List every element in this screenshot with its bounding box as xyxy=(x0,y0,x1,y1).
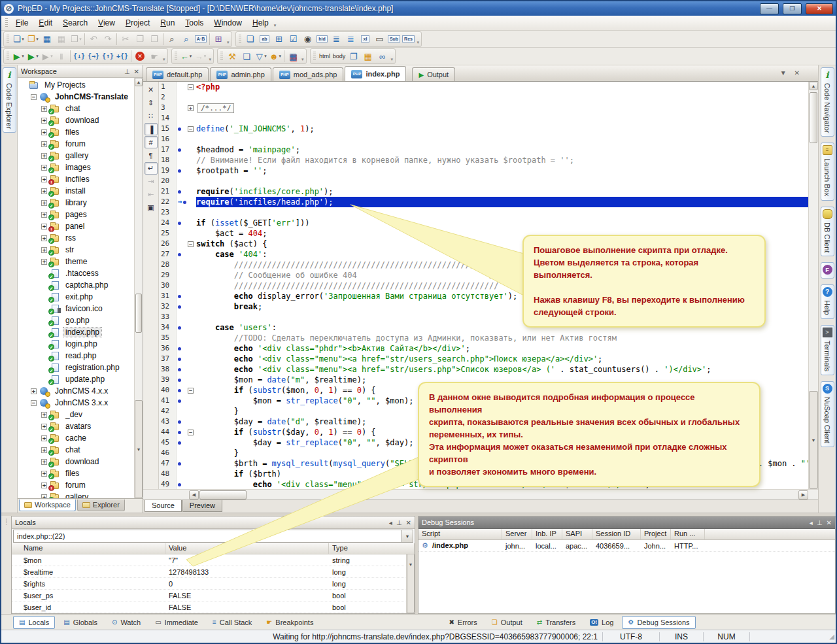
code-line-44[interactable]: 44− if (substr($day, 0, 1) == 0) { xyxy=(159,427,808,437)
code-text[interactable]: $brth = mysql_result(mysql_query("SELECT… xyxy=(196,458,808,469)
expand-icon[interactable]: + xyxy=(41,483,47,488)
color-palette-button[interactable]: ▦ xyxy=(286,50,300,63)
menu-run[interactable]: Run xyxy=(155,16,180,29)
expand-icon[interactable]: + xyxy=(41,459,47,465)
code-text[interactable]: $headmod = 'mainpage'; xyxy=(196,144,808,155)
tree-item-library[interactable]: +✓library xyxy=(18,197,143,209)
menu-search[interactable]: Search xyxy=(58,16,93,29)
dropdown-arrow-icon[interactable]: ▾ xyxy=(50,54,53,59)
tab-output[interactable]: ❏Output xyxy=(486,616,528,629)
toolbar-grip-icon[interactable] xyxy=(220,52,223,61)
expand-icon[interactable]: + xyxy=(41,471,47,477)
code-text[interactable] xyxy=(196,134,808,144)
tab-f[interactable]: F xyxy=(821,262,834,279)
statement-dot-icon[interactable] xyxy=(178,389,181,392)
locals-row-mon[interactable]: $mon"7"string xyxy=(12,554,415,566)
expand-icon[interactable]: + xyxy=(41,447,47,453)
locals-row-user-ps[interactable]: $user_psFALSEbool xyxy=(12,590,415,602)
tree-item-chat[interactable]: +✓chat xyxy=(18,103,143,114)
statement-dot-icon[interactable] xyxy=(178,169,181,173)
code-text[interactable]: if (isset($_GET['err'])) xyxy=(196,218,808,228)
pin-icon[interactable]: ⊥ xyxy=(817,519,823,526)
tab-workspace[interactable]: Workspace xyxy=(19,500,76,511)
expand-icon[interactable]: + xyxy=(41,247,47,253)
step-out-button[interactable]: {↑} xyxy=(101,50,115,63)
tab-source[interactable]: Source xyxy=(145,500,182,512)
code-line-36[interactable]: 36 echo '<div class="phdr"><b>Актив Сайт… xyxy=(159,343,808,354)
code-text[interactable]: $day = str_replace("0", "", $day); xyxy=(196,437,808,448)
breakpoint-gutter[interactable] xyxy=(177,165,188,176)
scroll-down-icon[interactable]: ▼ xyxy=(407,554,415,613)
code-text[interactable]: ////////////////////////////////////////… xyxy=(196,260,808,270)
code-text[interactable] xyxy=(196,113,808,124)
code-line-34[interactable]: 34 case 'users': xyxy=(159,322,808,333)
line-numbers-button[interactable]: # xyxy=(145,136,158,148)
tab-log[interactable]: O!Log xyxy=(584,616,619,629)
breakpoint-gutter[interactable] xyxy=(177,186,188,197)
column-header-inb-ip[interactable]: Inb. IP xyxy=(532,529,562,539)
code-text[interactable]: if (substr($mon, 0, 1) == 0) { xyxy=(196,385,808,396)
code-text[interactable]: break; xyxy=(196,301,808,312)
tree-item-johncms-3-x-x[interactable]: −JohnCMS 3.x.x xyxy=(18,397,143,409)
breakpoint-gutter[interactable] xyxy=(177,260,188,270)
scroll-down-icon[interactable]: ▼ xyxy=(135,400,143,498)
toolbar-group-overflow-icon[interactable]: ▾ xyxy=(391,57,394,62)
close-editor-button[interactable]: ✕ xyxy=(145,84,158,96)
breakpoint-gutter[interactable] xyxy=(177,396,188,406)
tree-item-johncms-4-x-x[interactable]: +JohnCMS 4.x.x xyxy=(18,385,143,397)
editor-horizontal-scrollbar[interactable]: ◀ ▶ xyxy=(143,489,818,500)
scroll-down-icon[interactable]: ▼ xyxy=(809,391,818,489)
breakpoint-gutter[interactable] xyxy=(177,312,188,322)
code-line-37[interactable]: 37 echo '<div class="menu"><a href="str/… xyxy=(159,354,808,364)
locals-row-realtime[interactable]: $realtime1278498133long xyxy=(12,566,415,578)
tab-admin-php[interactable]: PHPadmin.php xyxy=(210,67,271,81)
filters-button[interactable]: ▽▾ xyxy=(254,50,268,63)
code-text[interactable]: $day = date("d", $realtime); xyxy=(196,416,808,427)
tree-item-exit-php[interactable]: ✓exit.php xyxy=(18,291,143,303)
code-text[interactable]: require('incfiles/core.php'); xyxy=(196,186,808,197)
code-line-35[interactable]: 35 //TODO: Сделать переключатель доступа… xyxy=(159,333,808,343)
code-line-23[interactable]: 23 xyxy=(159,207,808,218)
tab-mod-ads-php[interactable]: PHPmod_ads.php xyxy=(273,67,344,81)
statement-dot-icon[interactable] xyxy=(178,326,181,330)
code-text[interactable]: echo '<div class="menu"><a href="str/use… xyxy=(196,354,808,364)
browser-preview-button[interactable]: ▣ xyxy=(145,201,158,214)
code-line-38[interactable]: 38 echo '<div class="menu"><a href="str/… xyxy=(159,364,808,375)
close-panel-icon[interactable]: ✕ xyxy=(134,68,139,75)
dock-left-icon[interactable]: ◂ xyxy=(810,519,813,526)
tab-errors[interactable]: ✖Errors xyxy=(443,616,483,629)
statement-dot-icon[interactable] xyxy=(178,379,181,382)
code-line-19[interactable]: 19$rootpath = ''; xyxy=(159,165,808,176)
tree-item-index-php[interactable]: ✓index.php xyxy=(18,326,143,338)
panel-grip-icon[interactable]: ⁞⁞ xyxy=(1,516,11,614)
code-text[interactable]: $mon = date("m", $realtime); xyxy=(196,375,808,385)
dropdown-arrow-icon[interactable]: ▾ xyxy=(190,54,192,59)
tab-breakpoints[interactable]: ☛Breakpoints xyxy=(260,616,319,629)
code-line-43[interactable]: 43 $day = date("d", $realtime); xyxy=(159,416,808,427)
breakpoint-gutter[interactable] xyxy=(177,113,188,124)
code-line-27[interactable]: 27 case '404': xyxy=(159,249,808,260)
code-line-42[interactable]: 42 } xyxy=(159,406,808,416)
code-text[interactable]: } xyxy=(196,448,808,458)
menu-file[interactable]: File xyxy=(10,16,33,29)
column-header-run[interactable]: Run ... xyxy=(671,529,705,539)
tree-item-incfiles[interactable]: +!incfiles xyxy=(18,173,143,185)
pin-icon[interactable]: ⊥ xyxy=(396,519,402,526)
tree-item-dev[interactable]: +✓_dev xyxy=(18,409,143,420)
new-file-button[interactable]: ❏▾ xyxy=(11,32,26,46)
code-line-15[interactable]: 15−define('_IN_JOHNCMS', 1); xyxy=(159,124,808,134)
locals-context-combo[interactable]: index.php::(22) ▼ xyxy=(13,530,413,543)
code-text[interactable]: if ($brth) xyxy=(196,469,808,479)
code-text[interactable] xyxy=(196,92,808,103)
toolbar-group-overflow-icon[interactable]: ▾ xyxy=(163,57,165,62)
breakpoint-gutter[interactable] xyxy=(177,228,188,239)
breakpoint-gutter[interactable] xyxy=(177,469,188,479)
column-header-session-id[interactable]: Session ID xyxy=(592,529,641,539)
expand-icon[interactable]: + xyxy=(41,224,47,229)
tab-nusoap-client[interactable]: SNuSoap Client xyxy=(821,381,834,447)
code-line-26[interactable]: 26−switch ($act) { xyxy=(159,239,808,249)
folded-block-preview[interactable]: /*...*/ xyxy=(197,103,234,113)
breakpoint-gutter[interactable] xyxy=(177,218,188,228)
tree-item-htaccess[interactable]: ✓.htaccess xyxy=(18,267,143,279)
dropdown-arrow-icon[interactable]: ▾ xyxy=(264,54,267,59)
